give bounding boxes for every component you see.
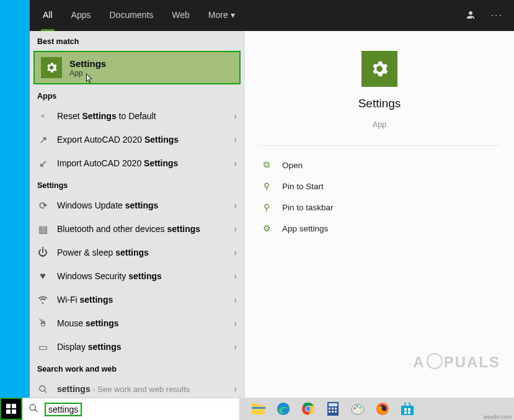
filter-tabs: All Apps Documents Web More▾ ···: [30, 0, 514, 31]
svg-rect-22: [335, 411, 337, 413]
more-options-icon[interactable]: ···: [491, 10, 503, 21]
wifi-icon: [37, 294, 48, 305]
chevron-right-icon: ›: [234, 135, 237, 145]
paint-icon[interactable]: [350, 401, 366, 417]
tab-documents[interactable]: Documents: [107, 1, 155, 31]
settings-result-row[interactable]: ▤Bluetooth and other devices settings›: [30, 217, 244, 241]
display-icon: ▭: [37, 341, 48, 352]
action-pin-taskbar[interactable]: ⚲Pin to taskbar: [259, 197, 500, 218]
chevron-right-icon: ›: [234, 248, 237, 257]
pin-icon: ⚲: [261, 202, 272, 213]
svg-point-26: [360, 407, 361, 409]
app-icon: ↗: [37, 134, 48, 145]
gear-icon: [361, 51, 397, 87]
mouse-icon: 🖱: [37, 318, 48, 329]
search-input-text[interactable]: settings: [45, 403, 82, 416]
chrome-icon[interactable]: [300, 401, 316, 417]
settings-results-list: ⟳Windows Update settings› ▤Bluetooth and…: [30, 194, 244, 359]
tab-all[interactable]: All: [41, 1, 55, 31]
shield-icon: ♥: [37, 270, 48, 282]
svg-rect-34: [408, 411, 410, 414]
taskbar-apps: [239, 401, 415, 417]
pin-icon: ⚲: [261, 181, 272, 192]
best-match-result[interactable]: Settings App: [33, 51, 241, 84]
svg-rect-20: [329, 411, 330, 413]
tab-web[interactable]: Web: [170, 1, 192, 31]
settings-result-row[interactable]: ⏻Power & sleep settings›: [30, 241, 244, 264]
svg-rect-17: [329, 408, 330, 409]
app-result-row[interactable]: ▫ Reset Settings to Default ›: [30, 104, 244, 128]
svg-line-7: [35, 409, 37, 412]
windows-logo-icon: [6, 404, 16, 414]
section-apps: Apps: [30, 86, 244, 104]
svg-point-25: [357, 406, 358, 408]
apps-results-list: ▫ Reset Settings to Default › ↗ Export A…: [30, 104, 244, 175]
preview-title: Settings: [358, 97, 401, 110]
web-result-row[interactable]: settings - See work and web results ›: [30, 377, 244, 399]
svg-rect-21: [332, 411, 334, 413]
feedback-icon[interactable]: [465, 9, 476, 22]
gear-icon: [41, 57, 62, 78]
section-settings: Settings: [30, 175, 244, 194]
svg-rect-8: [252, 405, 265, 414]
best-match-title: Settings: [69, 58, 106, 69]
svg-point-0: [39, 385, 45, 391]
preview-column: Settings App ⧉Open ⚲Pin to Start ⚲Pin to…: [244, 31, 514, 399]
settings-result-row[interactable]: 🖱Mouse settings›: [30, 311, 244, 335]
file-explorer-icon[interactable]: [250, 401, 267, 417]
svg-rect-32: [408, 408, 410, 411]
bluetooth-icon: ▤: [37, 223, 48, 235]
calculator-icon[interactable]: [325, 401, 341, 417]
chevron-right-icon: ›: [234, 111, 237, 121]
start-button[interactable]: [0, 398, 22, 420]
chevron-right-icon: ›: [234, 384, 237, 394]
svg-rect-9: [252, 403, 258, 406]
chevron-down-icon: ▾: [231, 10, 235, 20]
image-credit: wsxdn.com: [484, 414, 512, 420]
power-icon: ⏻: [37, 247, 48, 258]
svg-point-27: [360, 410, 362, 412]
start-search-panel: All Apps Documents Web More▾ ··· Best ma…: [30, 0, 514, 399]
tab-apps[interactable]: Apps: [69, 1, 93, 31]
svg-point-6: [30, 404, 35, 410]
chevron-right-icon: ›: [234, 224, 237, 234]
svg-rect-18: [332, 408, 334, 409]
action-pin-start[interactable]: ⚲Pin to Start: [259, 176, 500, 197]
svg-point-14: [306, 407, 311, 411]
app-result-row[interactable]: ↗ Export AutoCAD 2020 Settings ›: [30, 128, 244, 151]
store-icon[interactable]: [399, 401, 415, 417]
settings-result-row[interactable]: ♥Windows Security settings›: [30, 264, 244, 288]
settings-result-row[interactable]: Wi-Fi settings›: [30, 288, 244, 311]
taskbar: settings: [0, 398, 514, 420]
action-open[interactable]: ⧉Open: [259, 154, 500, 176]
svg-rect-33: [404, 411, 407, 414]
settings-result-row[interactable]: ⟳Windows Update settings›: [30, 194, 244, 217]
svg-rect-30: [401, 406, 414, 415]
svg-rect-31: [404, 408, 407, 411]
action-app-settings[interactable]: ⚙App settings: [259, 218, 500, 239]
svg-rect-2: [6, 404, 11, 408]
svg-line-1: [44, 390, 47, 393]
svg-rect-4: [6, 409, 11, 414]
svg-rect-3: [12, 404, 16, 408]
settings-result-row[interactable]: ▭Display settings›: [30, 335, 244, 359]
search-icon: [29, 403, 38, 416]
open-icon: ⧉: [261, 159, 272, 171]
sync-icon: ⟳: [37, 200, 48, 211]
app-icon: ↙: [37, 158, 48, 169]
app-result-row[interactable]: ↙ Import AutoCAD 2020 Settings ›: [30, 151, 244, 175]
vertical-blue-strip: [0, 0, 30, 399]
app-icon: ▫: [37, 110, 48, 122]
gear-icon: ⚙: [261, 223, 272, 234]
firefox-icon[interactable]: [374, 401, 391, 417]
svg-rect-19: [335, 408, 337, 409]
tab-more[interactable]: More▾: [206, 1, 237, 31]
chevron-right-icon: ›: [234, 200, 237, 210]
svg-rect-16: [329, 403, 337, 406]
chevron-right-icon: ›: [234, 342, 237, 352]
results-column: Best match Settings App Apps ▫ Reset Set…: [30, 31, 244, 399]
section-search-web: Search work and web: [30, 359, 244, 377]
svg-point-24: [354, 408, 356, 409]
edge-icon[interactable]: [275, 401, 291, 417]
taskbar-search[interactable]: settings: [22, 398, 239, 420]
